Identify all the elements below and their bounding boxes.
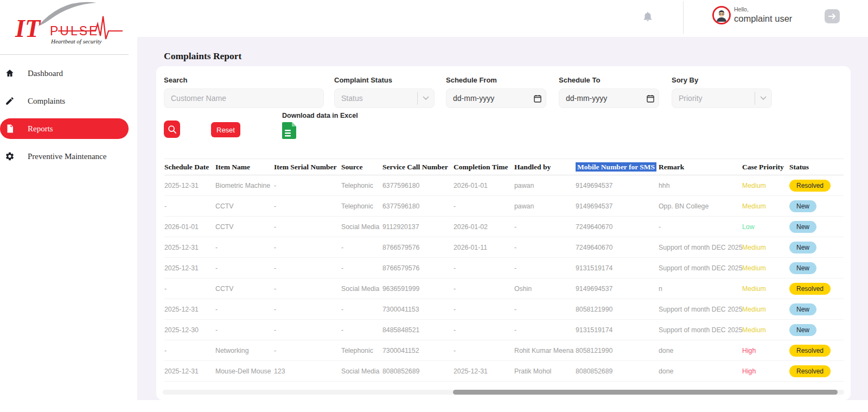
- sort-by-value: Priority: [672, 94, 755, 103]
- column-header[interactable]: Remark: [659, 163, 684, 171]
- table-cell: -: [514, 258, 576, 278]
- table-cell: -: [274, 175, 341, 196]
- table-cell: Opp. BN College: [659, 196, 742, 217]
- horizontal-scrollbar-thumb[interactable]: [453, 390, 838, 395]
- magnifier-icon: [168, 125, 177, 134]
- case-priority-label: Medium: [742, 306, 766, 313]
- table-cell: -: [274, 320, 341, 340]
- table-cell: 9112920137: [382, 217, 454, 237]
- table-cell: 2025-12-30: [164, 320, 215, 340]
- sidebar-item-label: Preventive Maintenance: [28, 152, 106, 161]
- sidebar-item-complaints[interactable]: Complaints: [0, 91, 129, 111]
- search-input[interactable]: [164, 94, 323, 103]
- table-body: 2025-12-31Biometric Machine-Telephonic63…: [164, 175, 844, 382]
- table-cell: -: [659, 217, 742, 237]
- case-priority-label: Medium: [742, 264, 766, 272]
- sort-by-label: Sory By: [672, 76, 698, 84]
- table-cell: 2025-12-31: [164, 175, 215, 196]
- column-header[interactable]: Case Priority: [742, 163, 784, 171]
- column-header[interactable]: Source: [341, 163, 363, 171]
- status-select[interactable]: Status: [334, 88, 435, 108]
- table-cell: -: [454, 320, 514, 340]
- table-row: 2025-12-31---7300041153--8058121990Suppo…: [164, 299, 844, 320]
- table-cell: n: [659, 278, 742, 299]
- pencil-icon: [5, 96, 15, 106]
- table-cell: Mouse-Dell Mouse: [215, 361, 274, 382]
- username-text: complaint user: [734, 14, 792, 24]
- table-cell: 2026-01-02: [454, 217, 514, 237]
- table-cell: 7249640670: [576, 217, 659, 237]
- table-cell: CCTV: [215, 278, 274, 299]
- sidebar-item-preventive-maintenance[interactable]: Preventive Maintenance: [0, 146, 129, 167]
- case-priority-label: Low: [742, 223, 755, 231]
- table-cell: 8485848521: [382, 320, 454, 340]
- header-divider: [683, 1, 684, 34]
- report-card: Search Complaint Status Schedule From Sc…: [156, 66, 851, 400]
- bell-icon[interactable]: [642, 9, 654, 23]
- sort-by-select[interactable]: Priority: [672, 88, 772, 108]
- table-cell: done: [659, 361, 742, 382]
- table-cell: 8766579576: [382, 237, 454, 258]
- table-cell: -: [274, 340, 341, 361]
- table-cell: 6377596180: [382, 196, 454, 217]
- column-header[interactable]: Status: [789, 163, 809, 171]
- table-cell: -: [454, 196, 514, 217]
- status-badge: Resolved: [789, 283, 831, 295]
- schedule-to-input[interactable]: dd-mm-yyyy: [559, 88, 659, 108]
- table-row: -Networking-Telephonic7300041152-Rohit K…: [164, 340, 844, 361]
- schedule-from-input[interactable]: dd-mm-yyyy: [446, 88, 546, 108]
- greeting-text: Hello,: [734, 6, 792, 12]
- table-cell: 2025-12-31: [164, 361, 215, 382]
- table-cell: Biometric Machine: [215, 175, 274, 196]
- table-cell: 9131519174: [576, 320, 659, 340]
- table-cell: CCTV: [215, 196, 274, 217]
- greeting-block: Hello, complaint user: [734, 6, 792, 24]
- excel-sheet-icon[interactable]: [282, 122, 296, 139]
- column-header[interactable]: Completion Time: [454, 163, 508, 171]
- table-cell: 9149694537: [576, 278, 659, 299]
- table-cell: -: [454, 258, 514, 278]
- table-cell: Support of month DEC 2025: [659, 237, 742, 258]
- complaints-table: Schedule DateItem NameItem Serial Number…: [164, 159, 844, 382]
- search-button[interactable]: [164, 121, 180, 138]
- table-cell: 8080852689: [576, 361, 659, 382]
- table-cell: -: [341, 237, 382, 258]
- schedule-from-label: Schedule From: [446, 76, 497, 84]
- search-label: Search: [164, 76, 187, 84]
- table-cell: 8766579576: [382, 258, 454, 278]
- calendar-icon[interactable]: [529, 94, 546, 103]
- table-cell: -: [274, 278, 341, 299]
- column-header[interactable]: Schedule Date: [164, 163, 209, 171]
- sidebar: IT PULSE Heartbeat of security Dashboard…: [0, 0, 137, 412]
- sidebar-item-dashboard[interactable]: Dashboard: [0, 63, 129, 84]
- table-cell: -: [341, 320, 382, 340]
- table-cell: 9131519174: [576, 258, 659, 278]
- column-header[interactable]: Item Serial Number: [274, 163, 336, 171]
- chevron-down-icon: [755, 96, 771, 100]
- page-title: Complaints Report: [164, 50, 241, 62]
- schedule-to-value: dd-mm-yyyy: [559, 94, 642, 103]
- user-avatar: [712, 6, 731, 24]
- column-header[interactable]: Item Name: [215, 163, 250, 171]
- sidebar-item-reports[interactable]: Reports: [0, 118, 129, 139]
- column-header[interactable]: Handled by: [514, 163, 551, 171]
- table-cell: -: [274, 237, 341, 258]
- table-cell: Telephonic: [341, 175, 382, 196]
- topbar: Hello, complaint user: [137, 0, 868, 37]
- table-row: 2025-12-31Biometric Machine-Telephonic63…: [164, 175, 844, 196]
- table-cell: 2025-12-31: [164, 237, 215, 258]
- table-cell: 8080852689: [382, 361, 454, 382]
- calendar-icon[interactable]: [642, 94, 659, 103]
- download-excel-label: Download data in Excel: [282, 112, 358, 119]
- column-header[interactable]: Mobile Number for SMS: [576, 162, 656, 172]
- reset-button[interactable]: Reset: [211, 122, 240, 137]
- column-header[interactable]: Service Call Number: [382, 163, 448, 171]
- case-priority-label: Medium: [742, 182, 766, 189]
- table-cell: -: [215, 299, 274, 320]
- table-cell: 9149694537: [576, 175, 659, 196]
- sidebar-item-label: Complaints: [28, 97, 65, 106]
- table-cell: done: [659, 340, 742, 361]
- logout-button[interactable]: [825, 9, 840, 23]
- svg-text:Heartbeat of security: Heartbeat of security: [50, 38, 102, 45]
- table-cell: 6377596180: [382, 175, 454, 196]
